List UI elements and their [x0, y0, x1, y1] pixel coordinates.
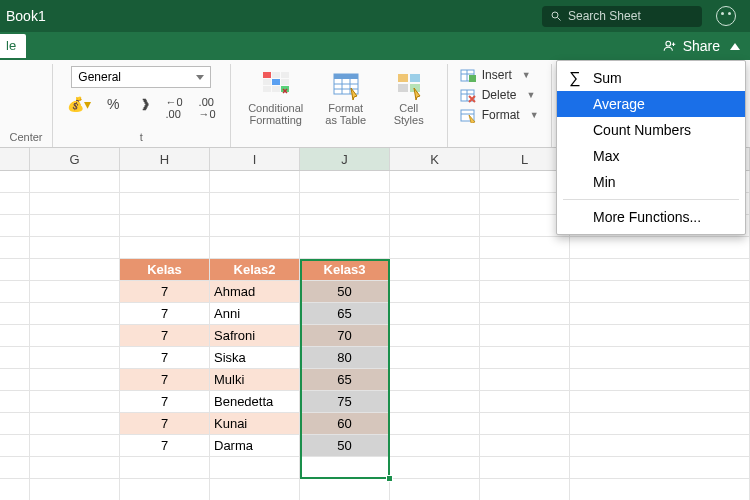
cell[interactable] [0, 479, 30, 500]
cell[interactable]: 7 [120, 435, 210, 457]
dropdown-item-count[interactable]: Count Numbers [557, 117, 745, 143]
cell[interactable] [570, 413, 750, 435]
delete-button[interactable]: Delete▼ [458, 86, 541, 104]
cell[interactable] [390, 347, 480, 369]
cell[interactable] [210, 215, 300, 237]
dropdown-item-min[interactable]: Min [557, 169, 745, 195]
cell[interactable] [390, 303, 480, 325]
cell[interactable]: 65 [300, 303, 390, 325]
cell[interactable] [30, 193, 120, 215]
decrease-decimal-icon[interactable]: .00→0 [195, 94, 220, 122]
cell[interactable] [480, 259, 570, 281]
cell[interactable] [210, 457, 300, 479]
cell[interactable] [0, 325, 30, 347]
dropdown-item-average[interactable]: Average [557, 91, 745, 117]
cell[interactable] [120, 171, 210, 193]
cell[interactable] [30, 457, 120, 479]
cell[interactable] [30, 413, 120, 435]
cell[interactable]: 7 [120, 347, 210, 369]
search-input[interactable]: Search Sheet [542, 6, 702, 27]
cell[interactable] [390, 193, 480, 215]
col-header[interactable]: J [300, 148, 390, 170]
cell[interactable]: Anni [210, 303, 300, 325]
cell[interactable] [570, 237, 750, 259]
cell[interactable] [390, 457, 480, 479]
cell[interactable] [210, 237, 300, 259]
cell[interactable] [30, 281, 120, 303]
cell[interactable] [120, 457, 210, 479]
cell[interactable] [300, 171, 390, 193]
cell[interactable] [120, 215, 210, 237]
cell[interactable] [390, 325, 480, 347]
cell[interactable] [390, 215, 480, 237]
format-as-table-button[interactable]: Format as Table [311, 66, 381, 128]
cell[interactable]: Benedetta [210, 391, 300, 413]
cell[interactable] [210, 479, 300, 500]
cell[interactable] [480, 457, 570, 479]
cell[interactable]: Kelas [120, 259, 210, 281]
cell[interactable]: Siska [210, 347, 300, 369]
cell[interactable] [0, 457, 30, 479]
cell[interactable] [30, 171, 120, 193]
cell[interactable] [390, 391, 480, 413]
cell[interactable] [390, 237, 480, 259]
cell[interactable] [300, 215, 390, 237]
cell[interactable] [570, 479, 750, 500]
cell[interactable] [570, 435, 750, 457]
comma-icon[interactable]: ﾠ❯ [131, 94, 153, 122]
cell[interactable]: Mulki [210, 369, 300, 391]
cell[interactable] [480, 237, 570, 259]
cell[interactable] [570, 347, 750, 369]
dropdown-item-max[interactable]: Max [557, 143, 745, 169]
cell[interactable] [120, 193, 210, 215]
cell[interactable] [30, 237, 120, 259]
cell[interactable] [0, 281, 30, 303]
dropdown-item-sum[interactable]: ∑ Sum [557, 65, 745, 91]
cell[interactable] [30, 479, 120, 500]
cell[interactable]: Kunai [210, 413, 300, 435]
ribbon-tab-active[interactable]: le [0, 34, 26, 58]
cell[interactable] [30, 391, 120, 413]
cell[interactable]: Kelas2 [210, 259, 300, 281]
cell[interactable]: 7 [120, 281, 210, 303]
cell[interactable] [30, 259, 120, 281]
cell[interactable] [120, 479, 210, 500]
cell[interactable]: 80 [300, 347, 390, 369]
cell[interactable] [0, 215, 30, 237]
cell[interactable] [300, 237, 390, 259]
col-header[interactable]: I [210, 148, 300, 170]
cell[interactable] [390, 435, 480, 457]
cell[interactable]: Ahmad [210, 281, 300, 303]
cell[interactable] [390, 479, 480, 500]
cell[interactable] [570, 369, 750, 391]
cell[interactable] [480, 435, 570, 457]
cell[interactable] [480, 347, 570, 369]
cell[interactable] [480, 325, 570, 347]
cell[interactable]: 7 [120, 303, 210, 325]
cell[interactable] [480, 413, 570, 435]
cell[interactable] [570, 457, 750, 479]
cell[interactable] [300, 193, 390, 215]
cell[interactable] [480, 281, 570, 303]
cell[interactable] [390, 281, 480, 303]
cell[interactable] [480, 479, 570, 500]
cell[interactable]: Darma [210, 435, 300, 457]
cell[interactable]: 65 [300, 369, 390, 391]
share-button[interactable]: Share [663, 38, 720, 54]
col-header[interactable]: G [30, 148, 120, 170]
cell[interactable] [0, 193, 30, 215]
increase-decimal-icon[interactable]: ←0.00 [161, 94, 186, 122]
cell[interactable]: 7 [120, 413, 210, 435]
cell[interactable] [210, 193, 300, 215]
cell[interactable] [30, 347, 120, 369]
cell[interactable]: 60 [300, 413, 390, 435]
cell[interactable] [570, 281, 750, 303]
cell[interactable] [480, 391, 570, 413]
cell[interactable]: 7 [120, 325, 210, 347]
cell[interactable] [0, 391, 30, 413]
cell[interactable] [0, 237, 30, 259]
number-format-combo[interactable]: General [71, 66, 211, 88]
cell[interactable]: 50 [300, 281, 390, 303]
cell[interactable] [0, 171, 30, 193]
cell[interactable] [30, 215, 120, 237]
